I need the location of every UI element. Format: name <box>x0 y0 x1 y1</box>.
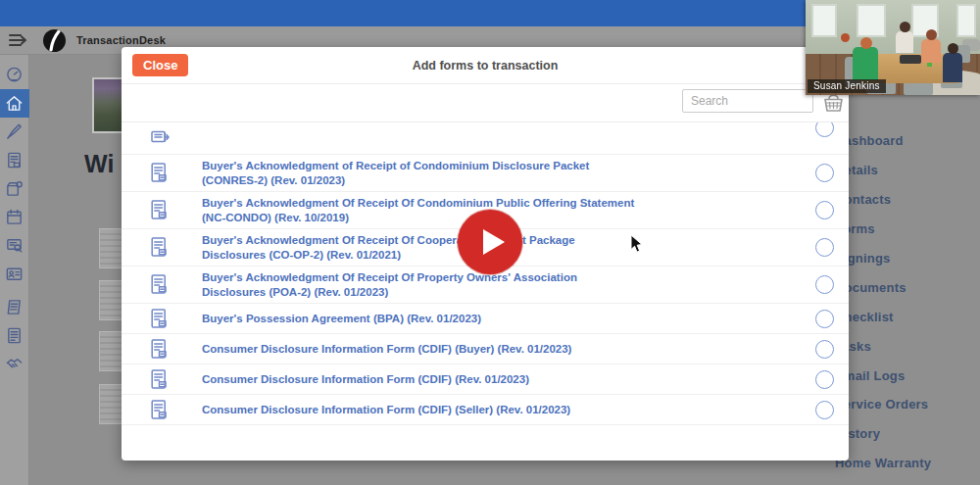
form-select-radio[interactable] <box>815 164 834 182</box>
nav-item-contacts[interactable]: Contacts <box>835 185 980 215</box>
video-scene-window <box>956 4 976 37</box>
participant-name-label: Susan Jenkins <box>808 79 886 93</box>
modal-toolbar <box>122 84 849 122</box>
video-scene-window <box>811 4 837 37</box>
search-input[interactable] <box>682 89 813 113</box>
form-row[interactable]: Consumer Disclosure Information Form (CD… <box>122 364 849 395</box>
form-select-radio[interactable] <box>815 340 834 359</box>
nav-item-documents[interactable]: Documents <box>835 272 980 302</box>
app-title: TransactionDesk <box>76 34 166 46</box>
video-person-head <box>841 33 850 42</box>
nav-item-home-warranty[interactable]: Home Warranty <box>835 449 980 478</box>
video-person <box>853 47 878 80</box>
nav-item-tasks[interactable]: Tasks <box>835 331 980 361</box>
video-person-head <box>900 22 910 32</box>
document-icon <box>151 237 168 258</box>
form-row[interactable] <box>122 122 849 155</box>
nav-item-service-orders[interactable]: Service Orders <box>835 390 980 419</box>
sidebar-documents-icon[interactable] <box>0 321 29 350</box>
nav-item-history[interactable]: History <box>835 419 980 449</box>
form-select-radio[interactable] <box>815 401 834 419</box>
video-person-head <box>948 43 958 54</box>
form-select-radio[interactable] <box>815 370 834 389</box>
nav-item-details[interactable]: Details <box>835 156 980 185</box>
video-person-head <box>926 29 937 40</box>
forms-list: Buyer's Acknowledgment of Receipt of Con… <box>122 122 849 459</box>
nav-item-email-logs[interactable]: Email Logs <box>835 361 980 390</box>
modal-title: Add forms to transaction <box>122 47 849 84</box>
document-icon <box>151 309 168 329</box>
form-select-radio[interactable] <box>815 201 834 219</box>
sidebar-notes-icon[interactable] <box>0 293 29 321</box>
form-select-radio[interactable] <box>815 310 834 328</box>
video-person <box>943 53 962 82</box>
form-select-radio[interactable] <box>815 122 834 137</box>
nav-item-checklist[interactable]: Checklist <box>835 302 980 331</box>
form-bundle-icon <box>151 130 168 144</box>
document-icon <box>151 339 168 360</box>
document-icon <box>151 163 168 183</box>
screen: TransactionDesk Wi DashboardDetailsConta… <box>0 0 980 485</box>
webcam-video-tile[interactable]: Susan Jenkins <box>806 0 980 95</box>
sidebar-forms-icon[interactable] <box>0 146 29 174</box>
form-select-radio[interactable] <box>815 275 834 294</box>
property-heading-partial: Wi <box>84 150 114 178</box>
form-row[interactable]: Buyer's Acknowledgment of Receipt of Con… <box>122 155 849 192</box>
form-row[interactable]: Buyer's Possession Agreement (BPA) (Rev.… <box>122 304 849 334</box>
document-icon <box>151 274 168 295</box>
form-title-link[interactable]: Consumer Disclosure Information Form (CD… <box>202 342 751 357</box>
sidebar-supplies-icon[interactable] <box>0 174 29 203</box>
form-title-link[interactable]: Buyer's Acknowledgment of Receipt of Con… <box>202 159 751 187</box>
nav-item-forms[interactable]: Forms <box>835 215 980 244</box>
video-scene-window <box>857 4 886 37</box>
nav-item-signings[interactable]: Signings <box>835 244 980 273</box>
form-title-link[interactable]: Consumer Disclosure Information Form (CD… <box>202 403 751 417</box>
play-icon <box>483 229 505 255</box>
sidebar-signature-icon[interactable] <box>0 118 29 146</box>
video-person <box>921 39 941 63</box>
video-person-head <box>860 37 872 49</box>
sidebar-document-search-icon[interactable] <box>0 231 29 260</box>
form-title-link[interactable]: Buyer's Possession Agreement (BPA) (Rev.… <box>202 312 751 326</box>
form-title-link[interactable]: Consumer Disclosure Information Form (CD… <box>202 372 751 387</box>
mouse-cursor <box>630 234 644 254</box>
basket-icon[interactable] <box>822 92 845 113</box>
left-icon-sidebar <box>0 55 29 485</box>
transaction-nav-sidebar: DashboardDetailsContactsFormsSigningsDoc… <box>835 126 980 478</box>
sidebar-calendar-icon[interactable] <box>0 203 29 231</box>
document-icon <box>151 400 168 420</box>
video-play-button[interactable] <box>458 210 522 274</box>
nav-item-dashboard[interactable]: Dashboard <box>835 126 980 156</box>
form-row[interactable]: Consumer Disclosure Information Form (CD… <box>122 334 849 364</box>
sidebar-handshake-icon[interactable] <box>0 350 29 378</box>
sidebar-dashboard-icon[interactable] <box>0 61 29 89</box>
document-icon <box>151 200 168 220</box>
video-person <box>896 31 913 53</box>
form-title-link[interactable]: Buyer's Acknowledgment Of Receipt Of Pro… <box>202 270 751 299</box>
document-icon <box>151 369 168 390</box>
collapse-menu-icon[interactable] <box>8 32 29 48</box>
sidebar-contacts-icon[interactable] <box>0 260 29 288</box>
form-select-radio[interactable] <box>815 238 834 257</box>
transactiondesk-logo-icon <box>43 29 66 52</box>
modal-header: Close Add forms to transaction <box>122 47 849 84</box>
video-scene-tray <box>900 55 921 64</box>
form-row[interactable]: Consumer Disclosure Information Form (CD… <box>122 395 849 425</box>
sidebar-home-icon[interactable] <box>0 89 29 118</box>
